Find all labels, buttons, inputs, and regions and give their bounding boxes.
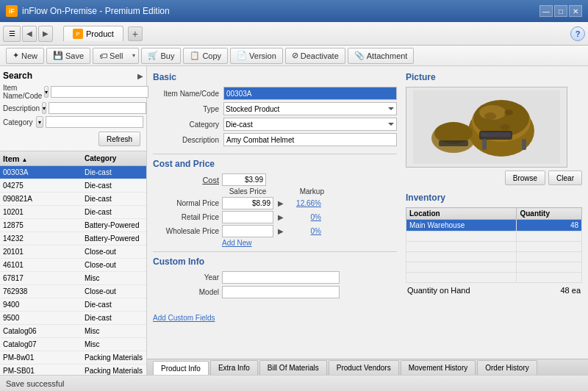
cost-input[interactable] <box>222 173 266 186</box>
inventory-empty-row <box>406 273 582 283</box>
list-item[interactable]: 9400 Die-cast <box>0 298 146 312</box>
list-item[interactable]: 04275 Die-cast <box>0 179 146 193</box>
attachment-icon: 📎 <box>354 51 365 60</box>
version-button[interactable]: 📄 Version <box>230 48 283 64</box>
list-item[interactable]: 20101 Close-out <box>0 245 146 259</box>
retail-price-row: Retail Price ▶ 0% <box>153 211 397 223</box>
copy-button[interactable]: 📋 Copy <box>183 48 228 64</box>
type-select[interactable]: Stocked Product <box>223 102 397 115</box>
list-item[interactable]: 14232 Battery-Powered <box>0 232 146 245</box>
nav-prev-button[interactable]: ◀ <box>22 26 37 42</box>
add-custom-fields-link[interactable]: Add Custom Fields <box>153 314 215 322</box>
retail-price-input[interactable] <box>222 211 273 223</box>
description-input[interactable] <box>223 133 397 146</box>
inventory-empty-row <box>406 252 582 262</box>
list-item[interactable]: PM-SB01 Packing Materials <box>0 365 146 375</box>
cost-section-title: Cost and Price <box>153 159 397 169</box>
inventory-row[interactable]: Main Warehouse 48 <box>406 220 582 232</box>
tab-movement-history[interactable]: Movement History <box>401 360 476 375</box>
location-column-header[interactable]: Location <box>406 208 517 220</box>
browse-button[interactable]: Browse <box>505 171 545 185</box>
search-toggle[interactable]: ▶ <box>137 72 143 80</box>
version-icon: 📄 <box>237 51 247 60</box>
save-button[interactable]: 💾 Save <box>46 48 90 64</box>
tab-product-vendors[interactable]: Product Vendors <box>329 360 399 375</box>
left-panel: Basic Item Name/Code Type Stocked Produc… <box>153 72 397 353</box>
list-item[interactable]: PM-8w01 Packing Materials <box>0 351 146 365</box>
search-desc-input[interactable] <box>49 102 146 114</box>
deactivate-label: Deactivate <box>301 51 339 60</box>
product-image <box>413 90 560 164</box>
search-cat-dropdown[interactable]: ▾ <box>36 116 43 128</box>
search-cat-label: Category <box>3 118 34 126</box>
refresh-button[interactable]: Refresh <box>98 132 140 146</box>
wholesale-price-input[interactable] <box>222 225 273 237</box>
search-cat-input[interactable] <box>46 116 143 128</box>
buy-button[interactable]: 🛒 Buy <box>141 48 181 64</box>
status-bar: Save successful <box>0 375 588 391</box>
search-cat-row: Category ▾ <box>3 116 143 128</box>
version-label: Version <box>249 51 276 60</box>
sell-split-button[interactable]: ▾ <box>129 48 139 64</box>
menu-button[interactable]: ☰ <box>3 26 21 42</box>
list-item[interactable]: 9500 Die-cast <box>0 312 146 325</box>
new-button[interactable]: ✦ New <box>6 48 44 64</box>
tab-extra-info[interactable]: Extra Info <box>210 360 258 375</box>
search-label: Search <box>3 71 32 81</box>
search-item-label: Item Name/Code <box>3 84 42 100</box>
list-item[interactable]: 090821A Die-cast <box>0 193 146 206</box>
column-item[interactable]: Item ▲ <box>3 154 85 163</box>
wholesale-price-markup[interactable]: 0% <box>288 227 321 235</box>
sell-button[interactable]: 🏷 Sell <box>93 48 129 64</box>
quantity-column-header[interactable]: Quantity <box>517 208 582 220</box>
column-category[interactable]: Category <box>85 154 143 162</box>
list-item[interactable]: Catalog07 Misc <box>0 338 146 351</box>
list-item[interactable]: 12875 Battery-Powered <box>0 219 146 232</box>
retail-price-markup[interactable]: 0% <box>288 213 321 221</box>
search-desc-row: Description ▾ <box>3 102 143 114</box>
list-item[interactable]: 762938 Close-out <box>0 285 146 298</box>
search-desc-dropdown[interactable]: ▾ <box>42 102 46 114</box>
wholesale-price-row: Wholesale Price ▶ 0% <box>153 225 397 237</box>
product-tab[interactable]: P Product <box>63 26 123 41</box>
list-item[interactable]: 67817 Misc <box>0 272 146 285</box>
svg-rect-8 <box>522 139 526 150</box>
retail-price-arrow-icon: ▶ <box>276 213 285 221</box>
product-tab-label: Product <box>86 29 114 38</box>
normal-price-input[interactable] <box>222 197 273 209</box>
item-name-input[interactable] <box>223 87 397 100</box>
tab-order-history[interactable]: Order History <box>477 360 537 375</box>
picture-buttons: Browse Clear <box>406 171 582 185</box>
help-button[interactable]: ? <box>570 26 585 41</box>
model-input[interactable] <box>222 286 340 298</box>
year-input[interactable] <box>222 271 340 284</box>
search-item-dropdown[interactable]: ▾ <box>44 86 49 98</box>
attachment-button[interactable]: 📎 Attachment <box>348 48 415 64</box>
add-new-link[interactable]: Add New <box>222 239 397 247</box>
tab-product-info[interactable]: Product Info <box>153 361 209 375</box>
add-tab-button[interactable]: + <box>128 26 143 41</box>
close-button[interactable]: ✕ <box>569 5 582 17</box>
right-panel: Picture <box>406 72 582 353</box>
list-item[interactable]: Catalog06 Misc <box>0 325 146 338</box>
category-label: Category <box>153 121 219 129</box>
list-item[interactable]: 46101 Close-out <box>0 259 146 272</box>
qty-on-hand-label: Quantity on Hand <box>407 286 470 295</box>
custom-section-title: Custom Info <box>153 257 397 267</box>
list-item[interactable]: 10201 Die-cast <box>0 206 146 219</box>
deactivate-button[interactable]: ⊘ Deactivate <box>285 48 345 64</box>
normal-price-markup[interactable]: 12.66% <box>288 199 321 207</box>
search-item-input[interactable] <box>51 86 148 98</box>
maximize-button[interactable]: □ <box>554 5 567 17</box>
category-select[interactable]: Die-cast <box>223 118 397 131</box>
tab-bill-of-materials[interactable]: Bill Of Materials <box>259 360 327 375</box>
nav-next-button[interactable]: ▶ <box>38 26 53 42</box>
picture-section-title: Picture <box>406 72 582 82</box>
list-item[interactable]: 00303A Die-cast <box>0 166 146 179</box>
clear-button[interactable]: Clear <box>548 171 582 185</box>
cost-label: Cost <box>153 176 219 184</box>
inventory-location: Main Warehouse <box>406 220 517 232</box>
minimize-button[interactable]: — <box>539 5 553 17</box>
deactivate-icon: ⊘ <box>292 51 298 60</box>
cost-row: Cost <box>153 173 397 186</box>
